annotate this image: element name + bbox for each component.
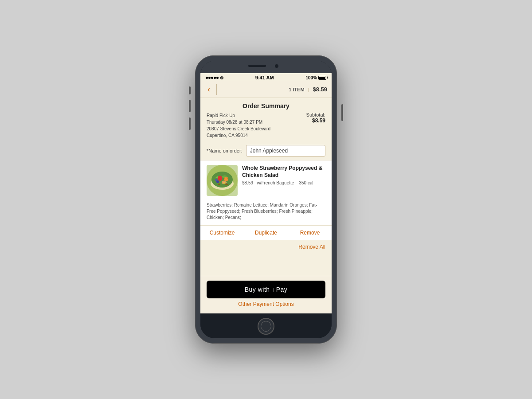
- other-payment-button[interactable]: Other Payment Options: [207, 298, 325, 310]
- order-date: Thursday 08/28 at 08:27 PM: [207, 119, 270, 125]
- name-label: *Name on order:: [207, 148, 243, 153]
- item-name: Whole Strawberry Poppyseed & Chicken Sal…: [242, 165, 325, 179]
- order-info-row: Rapid Pick-Up Thursday 08/28 at 08:27 PM…: [200, 112, 332, 142]
- svg-point-2: [211, 172, 233, 188]
- item-top: Whole Strawberry Poppyseed & Chicken Sal…: [200, 160, 332, 200]
- name-field-row: *Name on order:: [200, 142, 332, 160]
- order-city: Cupertino, CA 95014: [207, 132, 270, 139]
- svg-point-9: [225, 184, 228, 185]
- item-card: Whole Strawberry Poppyseed & Chicken Sal…: [200, 160, 332, 240]
- item-price-cal: $8.59 w/French Baguette 350 cal: [242, 180, 325, 185]
- name-input[interactable]: [246, 145, 325, 156]
- phone-camera: [275, 64, 278, 68]
- item-count: 1 ITEM: [289, 87, 304, 92]
- item-ingredients: Strawberries; Romaine Lettuce; Mandarin …: [200, 200, 332, 225]
- item-details: Whole Strawberry Poppyseed & Chicken Sal…: [242, 165, 325, 196]
- apple-pay-label: Buy with: [245, 286, 270, 293]
- battery-icon: [318, 76, 326, 80]
- cart-info: 1 ITEM | $8.59: [220, 86, 327, 93]
- app-screen: ⊜ 9:41 AM 100% ‹ 1 ITEM | $8.59: [200, 73, 332, 313]
- order-address: 20807 Stevens Creek Boulevard: [207, 125, 270, 132]
- svg-point-8: [218, 184, 220, 185]
- content-spacer: [200, 254, 332, 262]
- item-price: $8.59: [242, 180, 253, 185]
- order-info-left: Rapid Pick-Up Thursday 08/28 at 08:27 PM…: [207, 112, 270, 139]
- svg-point-3: [218, 176, 222, 181]
- phone-speaker: [248, 65, 266, 67]
- bottom-bar: Buy with  Pay Other Payment Options: [200, 276, 332, 313]
- item-calories: 350 cal: [299, 180, 313, 185]
- price-divider: |: [308, 87, 309, 92]
- cart-price: $8.59: [313, 86, 327, 93]
- volume-down-button[interactable]: [189, 117, 191, 130]
- remove-button[interactable]: Remove: [288, 226, 332, 240]
- home-button-inner: [261, 321, 271, 332]
- volume-up-button[interactable]: [189, 100, 191, 112]
- duplicate-button[interactable]: Duplicate: [244, 226, 288, 240]
- mute-button[interactable]: [189, 86, 191, 94]
- apple-pay-button[interactable]: Buy with  Pay: [207, 281, 325, 298]
- wifi-icon: ⊜: [220, 75, 223, 80]
- remove-all-button[interactable]: Remove All: [298, 244, 325, 250]
- subtotal-amount: $8.59: [306, 117, 325, 124]
- order-type: Rapid Pick-Up: [207, 112, 270, 119]
- power-button[interactable]: [341, 104, 343, 121]
- battery-percent: 100%: [305, 75, 317, 80]
- order-subtotal: Subtotal: $8.59: [306, 112, 325, 139]
- phone-screen: ⊜ 9:41 AM 100% ‹ 1 ITEM | $8.59: [200, 61, 332, 338]
- status-time: 9:41 AM: [255, 75, 274, 80]
- status-right: 100%: [305, 75, 326, 80]
- status-bar: ⊜ 9:41 AM 100%: [200, 73, 332, 81]
- subtotal-label: Subtotal:: [306, 112, 325, 117]
- svg-point-6: [215, 179, 218, 181]
- item-addon: w/French Baguette: [257, 180, 294, 185]
- apple-logo-icon: : [272, 286, 274, 293]
- nav-divider: [216, 84, 217, 95]
- item-actions: Customize Duplicate Remove: [200, 225, 332, 240]
- phone-device: ⊜ 9:41 AM 100% ‹ 1 ITEM | $8.59: [195, 55, 337, 344]
- navigation-bar: ‹ 1 ITEM | $8.59: [200, 81, 332, 98]
- back-button[interactable]: ‹: [205, 84, 213, 95]
- phone-top-bar: [200, 61, 332, 73]
- signal-icon: [206, 77, 219, 79]
- customize-button[interactable]: Customize: [200, 226, 244, 240]
- status-left: ⊜: [206, 75, 223, 80]
- content-area: Order Summary Rapid Pick-Up Thursday 08/…: [200, 98, 332, 276]
- svg-rect-7: [223, 182, 225, 184]
- order-summary-title: Order Summary: [200, 98, 332, 112]
- phone-bottom: [200, 313, 332, 338]
- home-button[interactable]: [258, 318, 274, 335]
- apple-pay-suffix: Pay: [276, 286, 288, 293]
- remove-all-row: Remove All: [200, 240, 332, 254]
- item-image: [207, 165, 238, 196]
